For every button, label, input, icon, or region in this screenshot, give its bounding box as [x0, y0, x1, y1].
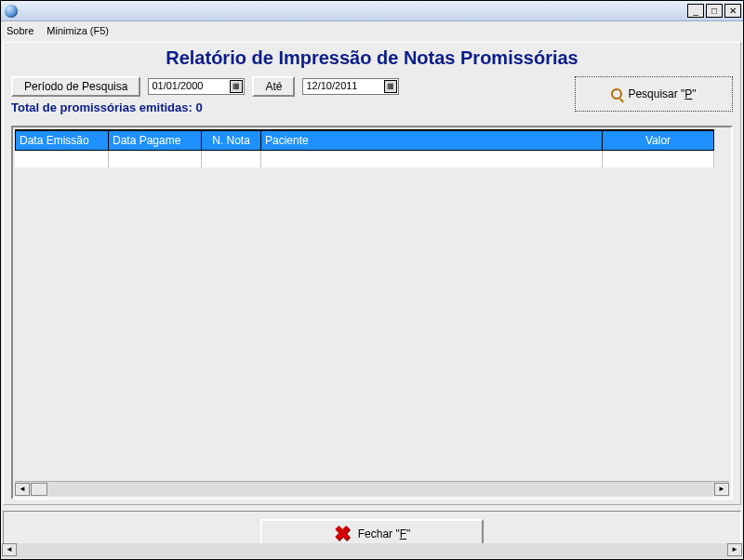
ate-label: Até: [252, 76, 295, 97]
outer-scroll-right-icon[interactable]: ►: [727, 543, 742, 556]
maximize-button[interactable]: □: [706, 4, 723, 18]
magnifier-icon: [611, 88, 622, 100]
col-data-emissao[interactable]: Data Emissão: [16, 130, 109, 151]
table-header-row: Data Emissão Data Pagame N. Nota Pacient…: [16, 130, 714, 151]
scroll-right-icon[interactable]: ►: [714, 483, 729, 496]
col-paciente[interactable]: Paciente: [261, 130, 603, 151]
close-button-label: Fechar "F": [358, 527, 411, 540]
grid-area: Data Emissão Data Pagame N. Nota Pacient…: [15, 129, 729, 481]
outer-scroll-left-icon[interactable]: ◄: [2, 543, 17, 556]
results-table[interactable]: Data Emissão Data Pagame N. Nota Pacient…: [15, 129, 714, 167]
globe-icon: [5, 5, 18, 18]
search-button-label: Pesquisar "P": [628, 87, 696, 100]
menu-sobre[interactable]: Sobre: [7, 25, 33, 36]
date-from-input[interactable]: 01/01/2000 ▦: [148, 78, 245, 95]
scroll-thumb[interactable]: [31, 483, 47, 496]
periodo-label: Período de Pesquisa: [11, 76, 140, 97]
search-button[interactable]: Pesquisar "P": [575, 76, 733, 112]
titlebar: _ □ ✕: [1, 1, 743, 21]
table-row: [16, 151, 714, 167]
date-from-picker-icon[interactable]: ▦: [230, 80, 243, 93]
date-to-picker-icon[interactable]: ▦: [384, 80, 397, 93]
col-n-nota[interactable]: N. Nota: [202, 130, 261, 151]
window-close-button[interactable]: ✕: [724, 4, 741, 18]
page-title: Relatório de Impressão de Notas Promissó…: [11, 47, 733, 69]
col-valor[interactable]: Valor: [603, 130, 714, 151]
grid-h-scrollbar[interactable]: ◄ ►: [15, 481, 729, 496]
content-frame: Relatório de Impressão de Notas Promissó…: [3, 42, 741, 505]
date-to-input[interactable]: 12/10/2011 ▦: [302, 78, 399, 95]
total-emitted-label: Total de promissórias emitidas: 0: [11, 100, 399, 114]
scroll-left-icon[interactable]: ◄: [15, 483, 30, 496]
close-x-icon: ✖: [334, 524, 351, 544]
grid-panel: Data Emissão Data Pagame N. Nota Pacient…: [11, 126, 733, 500]
date-from-value: 01/01/2000: [152, 80, 203, 91]
col-data-pagamento[interactable]: Data Pagame: [109, 130, 202, 151]
search-row: Período de Pesquisa 01/01/2000 ▦ Até 12/…: [11, 76, 733, 122]
minimize-button[interactable]: _: [687, 4, 704, 18]
date-to-value: 12/10/2011: [306, 80, 357, 91]
app-window: _ □ ✕ Sobre Minimiza (F5) Relatório de I…: [0, 0, 744, 560]
outer-h-scrollbar[interactable]: ◄ ►: [2, 543, 742, 558]
menu-minimiza[interactable]: Minimiza (F5): [46, 25, 109, 36]
menubar: Sobre Minimiza (F5): [1, 21, 743, 40]
